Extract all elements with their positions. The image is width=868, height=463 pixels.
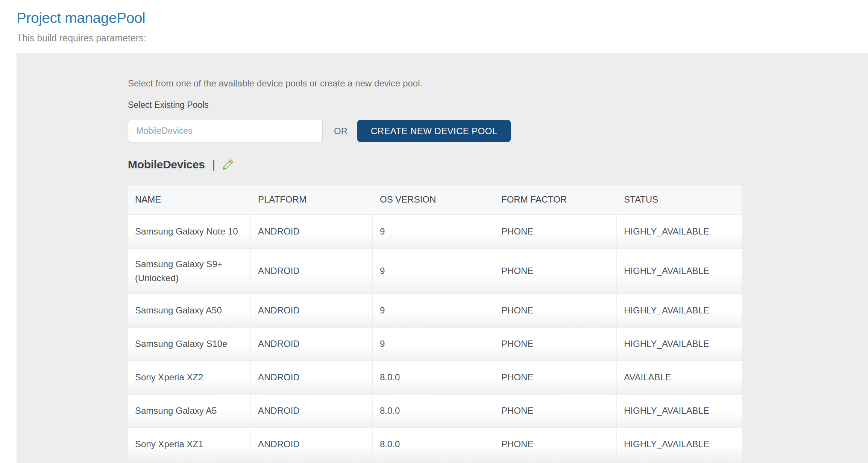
cell-form_factor: PHONE	[494, 294, 617, 327]
cell-platform: ANDROID	[251, 215, 373, 248]
cell-status: AVAILABLE	[617, 361, 742, 393]
column-header: NAME	[128, 194, 251, 205]
table-row: Samsung Galaxy S10eANDROID9PHONEHIGHLY_A…	[128, 328, 742, 360]
pool-name-input[interactable]	[128, 120, 323, 142]
selected-pool-heading: MobileDevices |	[128, 158, 868, 171]
cell-form_factor: PHONE	[494, 328, 617, 360]
heading-separator: |	[212, 158, 215, 171]
cell-os_version: 9	[373, 215, 494, 248]
column-header: PLATFORM	[251, 194, 373, 205]
cell-status: HIGHLY_AVAILABLE	[617, 428, 742, 460]
cell-name: Samsung Galaxy S10e	[128, 328, 251, 360]
cell-platform: ANDROID	[251, 328, 373, 360]
cell-os_version: 8.0.0	[373, 428, 494, 460]
column-header: FORM FACTOR	[494, 194, 617, 205]
cell-status: HIGHLY_AVAILABLE	[617, 249, 742, 293]
cell-form_factor: PHONE	[494, 215, 617, 248]
cell-name: Sony Xperia XZ2	[128, 361, 251, 393]
column-header: OS VERSION	[373, 194, 494, 205]
cell-os_version: 9	[373, 328, 494, 360]
table-row: Samsung Galaxy A50ANDROID9PHONEHIGHLY_AV…	[128, 294, 742, 327]
cell-platform: ANDROID	[251, 361, 373, 393]
parameters-panel: Select from one of the available device …	[17, 53, 868, 463]
cell-platform: ANDROID	[251, 249, 373, 293]
cell-status: HIGHLY_AVAILABLE	[617, 328, 742, 360]
cell-os_version: 9	[373, 294, 494, 327]
page-header: Project managePool This build requires p…	[0, 0, 868, 44]
cell-status: HIGHLY_AVAILABLE	[617, 395, 742, 427]
page-title: Project managePool	[17, 10, 851, 26]
cell-name: Samsung Galaxy A5	[128, 395, 251, 427]
cell-form_factor: PHONE	[494, 249, 617, 293]
cell-form_factor: PHONE	[494, 361, 617, 393]
cell-form_factor: PHONE	[494, 395, 617, 427]
or-separator: OR	[334, 126, 348, 136]
cell-name: Samsung Galaxy S9+ (Unlocked)	[128, 249, 251, 293]
pool-instruction: Select from one of the available device …	[128, 78, 868, 89]
cell-status: HIGHLY_AVAILABLE	[617, 294, 742, 327]
cell-name: Samsung Galaxy A50	[128, 294, 251, 327]
cell-platform: ANDROID	[251, 395, 373, 427]
cell-os_version: 8.0.0	[373, 395, 494, 427]
table-partial-row	[128, 461, 742, 463]
cell-platform: ANDROID	[251, 428, 373, 460]
table-body: Samsung Galaxy Note 10ANDROID9PHONEHIGHL…	[128, 215, 742, 460]
cell-name: Sony Xperia XZ1	[128, 428, 251, 460]
table-header-row: NAMEPLATFORMOS VERSIONFORM FACTORSTATUS	[128, 185, 742, 214]
cell-os_version: 8.0.0	[373, 361, 494, 393]
pencil-icon[interactable]	[221, 158, 235, 171]
cell-form_factor: PHONE	[494, 428, 617, 460]
table-row: Sony Xperia XZ2ANDROID8.0.0PHONEAVAILABL…	[128, 361, 742, 393]
selected-pool-name: MobileDevices	[128, 158, 205, 171]
cell-status: HIGHLY_AVAILABLE	[617, 215, 742, 248]
pool-selection-row: OR CREATE NEW DEVICE POOL	[128, 120, 868, 142]
table-row: Samsung Galaxy S9+ (Unlocked)ANDROID9PHO…	[128, 249, 742, 293]
cell-os_version: 9	[373, 249, 494, 293]
create-new-device-pool-button[interactable]: CREATE NEW DEVICE POOL	[357, 120, 511, 142]
table-row: Sony Xperia XZ1ANDROID8.0.0PHONEHIGHLY_A…	[128, 428, 742, 460]
cell-platform: ANDROID	[251, 294, 373, 327]
device-pool-table: NAMEPLATFORMOS VERSIONFORM FACTORSTATUS …	[128, 185, 742, 463]
table-row: Samsung Galaxy A5ANDROID8.0.0PHONEHIGHLY…	[128, 395, 742, 427]
cell-name: Samsung Galaxy Note 10	[128, 215, 251, 248]
pool-select-label: Select Existing Pools	[128, 100, 868, 110]
build-parameters-note: This build requires parameters:	[17, 33, 851, 44]
column-header: STATUS	[617, 194, 742, 205]
table-row: Samsung Galaxy Note 10ANDROID9PHONEHIGHL…	[128, 215, 742, 248]
